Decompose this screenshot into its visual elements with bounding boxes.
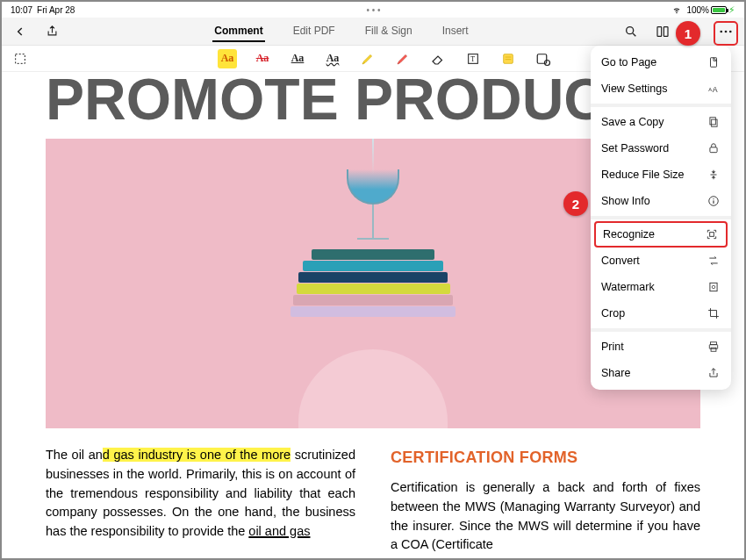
- textbox-tool[interactable]: T: [463, 49, 483, 68]
- highlight-tool[interactable]: Aa: [218, 49, 237, 68]
- selection-tool[interactable]: [11, 49, 30, 68]
- svg-text:A: A: [713, 85, 718, 94]
- tab-insert[interactable]: Insert: [441, 21, 470, 42]
- svg-rect-24: [710, 283, 717, 291]
- crop-icon: [707, 306, 721, 320]
- info-icon: [707, 194, 721, 208]
- section-heading: CERTIFICATION FORMS: [391, 446, 700, 470]
- squiggly-tool[interactable]: Aa: [323, 49, 342, 68]
- convert-icon: [707, 254, 721, 268]
- svg-rect-2: [664, 26, 668, 36]
- status-time: 10:07: [11, 5, 32, 15]
- menu-crop[interactable]: Crop: [591, 300, 731, 327]
- marker-red-tool[interactable]: [393, 49, 412, 68]
- status-pill: • • •: [366, 5, 380, 15]
- svg-point-25: [712, 285, 715, 289]
- copy-icon: [707, 115, 721, 129]
- svg-rect-28: [711, 348, 716, 351]
- svg-rect-9: [504, 54, 513, 63]
- body-right-column: CERTIFICATION FORMS Certification is gen…: [391, 446, 700, 555]
- svg-point-21: [713, 198, 714, 199]
- menu-share[interactable]: Share: [591, 360, 731, 386]
- charging-icon: ⚡︎: [728, 4, 735, 16]
- menu-reduce-size[interactable]: Reduce File Size: [591, 162, 731, 188]
- annotated-text: oil and gas: [248, 524, 310, 538]
- menu-save-copy[interactable]: Save a Copy: [591, 109, 731, 135]
- svg-rect-23: [710, 233, 714, 237]
- svg-rect-1: [657, 26, 662, 36]
- svg-rect-6: [16, 54, 25, 63]
- menu-view-settings[interactable]: View Settings AA: [591, 75, 731, 102]
- page-icon: [707, 55, 721, 69]
- wifi-icon: [671, 6, 682, 14]
- svg-rect-22: [713, 200, 714, 204]
- compress-icon: [707, 168, 721, 182]
- highlight-box-more: [714, 21, 738, 46]
- search-button[interactable]: [620, 20, 642, 43]
- eraser-tool[interactable]: [428, 49, 448, 68]
- body-left-column: The oil and gas industry is one of the m…: [46, 446, 355, 555]
- svg-rect-26: [711, 342, 717, 345]
- svg-rect-19: [710, 147, 717, 153]
- share-top-button[interactable]: [40, 20, 63, 43]
- menu-watermark[interactable]: Watermark: [591, 274, 731, 300]
- note-tool[interactable]: [499, 49, 518, 68]
- menu-recognize[interactable]: Recognize: [594, 221, 728, 248]
- menu-set-password[interactable]: Set Password: [591, 135, 731, 162]
- watermark-icon: [707, 280, 721, 294]
- tab-comment[interactable]: Comment: [212, 21, 264, 42]
- stamp-tool[interactable]: [534, 49, 553, 68]
- tab-edit-pdf[interactable]: Edit PDF: [291, 21, 337, 42]
- tab-fill-sign[interactable]: Fill & Sign: [363, 21, 414, 42]
- share-icon: [707, 366, 721, 380]
- menu-go-to-page[interactable]: Go to Page: [591, 49, 731, 75]
- menu-show-info[interactable]: Show Info: [591, 188, 731, 214]
- strikethrough-tool[interactable]: Aa: [253, 49, 272, 68]
- navbar: Comment Edit PDF Fill & Sign Insert: [2, 18, 744, 46]
- svg-rect-18: [712, 119, 717, 126]
- svg-rect-17: [710, 118, 715, 125]
- svg-point-13: [545, 60, 550, 65]
- back-button[interactable]: [9, 20, 32, 43]
- lock-icon: [707, 141, 721, 155]
- svg-point-0: [627, 26, 634, 33]
- battery-indicator: 100% ⚡︎: [686, 4, 735, 16]
- menu-convert[interactable]: Convert: [591, 248, 731, 274]
- panels-button[interactable]: [651, 20, 674, 43]
- svg-text:A: A: [708, 87, 712, 92]
- battery-icon: [711, 6, 727, 14]
- ocr-icon: [705, 227, 719, 241]
- callout-1: 1: [676, 21, 700, 46]
- underline-tool[interactable]: Aa: [288, 49, 307, 68]
- highlighted-text: d gas industry is one of the more: [103, 448, 291, 462]
- svg-text:T: T: [470, 55, 475, 63]
- mode-tabs: Comment Edit PDF Fill & Sign Insert: [212, 21, 470, 42]
- menu-print[interactable]: Print: [591, 334, 731, 360]
- status-bar: 10:07 Fri Apr 28 • • • 100% ⚡︎: [2, 2, 744, 18]
- callout-2: 2: [563, 191, 588, 216]
- print-icon: [707, 340, 721, 354]
- more-menu: Go to Page View Settings AA Save a Copy …: [591, 46, 731, 390]
- status-date: Fri Apr 28: [37, 5, 75, 15]
- text-size-icon: AA: [707, 82, 721, 96]
- marker-yellow-tool[interactable]: [358, 49, 377, 68]
